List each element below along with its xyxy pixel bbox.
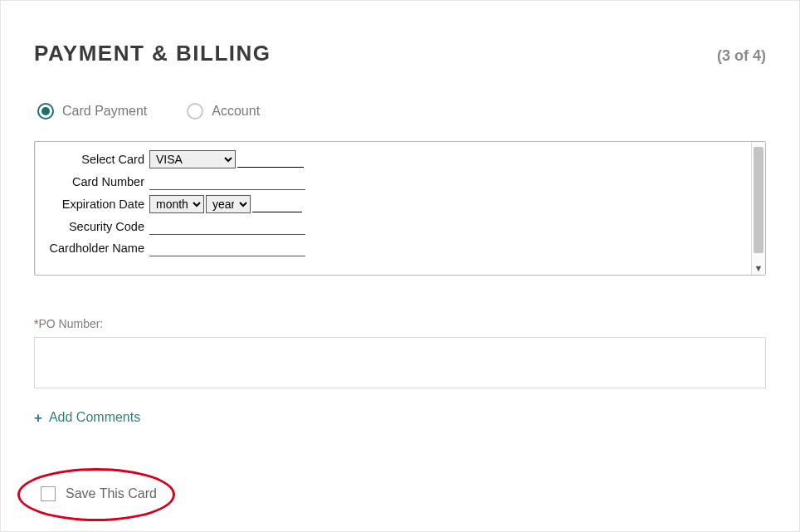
card-number-input[interactable] — [149, 173, 305, 190]
panel-title: PAYMENT & BILLING — [34, 41, 271, 66]
radio-outer-icon — [187, 103, 203, 120]
select-card-dropdown[interactable]: VISA — [149, 150, 236, 168]
frame-bottom-shadow — [161, 275, 766, 276]
save-card-checkbox[interactable] — [41, 486, 56, 501]
cardholder-name-label: Cardholder Name — [43, 242, 149, 255]
po-number-label-text: PO Number: — [38, 317, 103, 330]
expiration-row: Expiration Date month year — [43, 195, 741, 213]
expiration-label: Expiration Date — [43, 198, 149, 211]
security-code-row: Security Code — [43, 218, 741, 235]
frame-scrollbar[interactable]: ▼ — [751, 142, 766, 275]
po-number-label: *PO Number: — [34, 317, 766, 330]
radio-account[interactable]: Account — [187, 103, 260, 120]
expiration-month-dropdown[interactable]: month — [149, 195, 204, 213]
radio-account-label: Account — [212, 104, 260, 119]
po-number-input[interactable] — [34, 337, 766, 388]
radio-card-payment-label: Card Payment — [62, 104, 147, 119]
card-details-frame: Select Card VISA Card Number Expiration … — [34, 141, 766, 276]
security-code-input[interactable] — [149, 218, 305, 235]
select-card-row: Select Card VISA — [43, 150, 741, 168]
add-comments-label: Add Comments — [49, 410, 140, 425]
plus-icon: + — [34, 411, 42, 425]
add-comments-link[interactable]: + Add Comments — [34, 410, 140, 425]
underline-decor — [237, 151, 304, 168]
payment-method-radio-group: Card Payment Account — [34, 103, 766, 120]
card-number-label: Card Number — [43, 175, 149, 188]
scrollbar-thumb[interactable] — [754, 147, 763, 253]
radio-inner-icon — [41, 107, 50, 115]
panel-header: PAYMENT & BILLING (3 of 4) — [34, 41, 766, 66]
radio-card-payment[interactable]: Card Payment — [37, 103, 147, 120]
underline-decor — [252, 196, 302, 212]
select-card-label: Select Card — [43, 153, 149, 166]
card-number-row: Card Number — [43, 173, 741, 190]
save-card-label: Save This Card — [66, 486, 157, 501]
step-indicator: (3 of 4) — [717, 47, 766, 65]
cardholder-name-row: Cardholder Name — [43, 240, 741, 256]
scroll-down-arrow-icon[interactable]: ▼ — [752, 261, 765, 275]
security-code-label: Security Code — [43, 220, 149, 233]
radio-outer-icon — [37, 103, 54, 120]
cardholder-name-input[interactable] — [149, 240, 305, 256]
payment-billing-panel: PAYMENT & BILLING (3 of 4) Card Payment … — [0, 0, 800, 532]
expiration-year-dropdown[interactable]: year — [206, 195, 251, 213]
save-card-row[interactable]: Save This Card — [41, 486, 157, 501]
